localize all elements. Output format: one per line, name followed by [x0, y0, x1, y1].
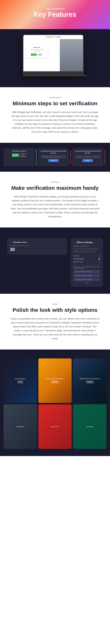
- add-url-button[interactable]: + Add: [74, 282, 100, 284]
- disable-label: DISABLE AGE VERIFICATION FOR THESE PAGES: [74, 266, 100, 269]
- settings-panels: ← Remember Visitor REMEMBER VISITOR (DAY…: [4, 238, 106, 286]
- url-item-2: https://apps.elfsight.com/panel... ✎ ✕: [74, 274, 100, 277]
- style-card-2: ARE YOU 18 OR OLDER? ENTER: [38, 358, 72, 403]
- style-image-grid: Age Verification YES ARE YOU 18 OR OLDER…: [2, 358, 108, 449]
- radio-excluded: [98, 258, 100, 260]
- company-name: COMPANY NAME: [46, 36, 61, 38]
- where-label: WHERE TO DISPLAY: [74, 245, 100, 247]
- style-card-1: Age Verification YES: [4, 358, 37, 403]
- url1-edit-icon[interactable]: ✎: [96, 271, 97, 272]
- variant-card-yesno: Are you 18 or older? Yes No: [4, 148, 35, 166]
- option-specific[interactable]: Specific Pages: [74, 260, 100, 264]
- variants-container: Are you 18 or older? Yes No YES/NO BUTTO…: [4, 148, 106, 166]
- style-text-5: Age Check: [51, 426, 58, 428]
- style-overlay-1: Age Verification YES: [4, 358, 37, 403]
- back-arrow-icon[interactable]: ←: [10, 241, 12, 244]
- url2-text: https://apps.elfsight.com/panel...: [75, 275, 93, 276]
- variant1-question: Are you 18 or older?: [6, 150, 32, 152]
- url3-delete-icon[interactable]: ✕: [98, 279, 98, 280]
- remember-title-text: Remember Visitor: [13, 242, 27, 243]
- yyyy-input[interactable]: [92, 156, 100, 158]
- variant1-yes-btn[interactable]: Yes: [12, 154, 18, 157]
- label-date: DATE OF BIRTH: [103, 148, 106, 166]
- verification-welcome: Welcome!: [28, 47, 45, 48]
- url-item-1: https://apps.elfsight.com/panel... ✎ ✕: [74, 270, 100, 273]
- laptop-content: Welcome! This site is for use of those 1…: [24, 39, 83, 71]
- settings-title: Make verification maximum handy: [7, 185, 103, 191]
- yes-button[interactable]: Yes: [31, 54, 36, 56]
- style-overlay-4: Verification: [4, 404, 37, 449]
- year-input[interactable]: [42, 156, 66, 158]
- style-text-4: Verification: [16, 426, 24, 428]
- variant3-question: You must be over 18 years old to visit t…: [74, 150, 101, 154]
- url1-delete-icon[interactable]: ✕: [98, 271, 98, 272]
- url3-edit-icon[interactable]: ✎: [96, 279, 97, 280]
- variant1-no-btn[interactable]: No: [20, 154, 26, 157]
- settings-mockup-section: ← Remember Visitor REMEMBER VISITOR (DAY…: [0, 228, 110, 294]
- style-overlay-2: ARE YOU 18 OR OLDER? ENTER: [38, 358, 72, 403]
- verification-buttons: Yes No: [28, 54, 45, 56]
- panel-header-row: ← Where to Display: [74, 241, 100, 244]
- label-year: YEAR OF BIRTH: [69, 148, 72, 166]
- style-section: Style Polish the look with style options…: [0, 294, 110, 350]
- style-overlay-5: Age Check: [38, 404, 72, 449]
- panel-back-icon[interactable]: ←: [74, 241, 76, 244]
- style-card-6: Verify Age: [73, 404, 106, 449]
- variant3-enter-btn[interactable]: Enter: [82, 159, 93, 162]
- verification-description: This site is for use of those 18 years a…: [28, 49, 45, 52]
- laptop-wrapper: COMPANY NAME Welcome! This site is for u…: [23, 34, 87, 76]
- remember-days-label: REMEMBER VISITOR (DAYS): [10, 245, 64, 246]
- variant2-enter-btn[interactable]: Enter: [48, 159, 58, 162]
- dd-input[interactable]: [75, 156, 83, 158]
- style-text-3: ENTER ONLY IF YOU ARE 18+: [80, 378, 100, 380]
- style-card-5: Age Check: [38, 404, 72, 449]
- radio-all: [98, 255, 100, 256]
- url1-text: https://apps.elfsight.com/panel...: [75, 271, 93, 272]
- style-overlay-3: ENTER ONLY IF YOU ARE 18+ ENTER: [73, 358, 106, 403]
- style-btn-2: ENTER: [51, 380, 59, 383]
- remember-header: ← Remember Visitor: [10, 241, 64, 244]
- hero-image: [60, 39, 83, 71]
- option-all-pages[interactable]: All pages: [74, 254, 100, 257]
- style-overlay-6: Verify Age: [73, 404, 106, 449]
- verification-section: Verification Minimum steps to set verifi…: [0, 87, 110, 143]
- laptop-left-panel: Welcome! This site is for use of those 1…: [24, 39, 60, 71]
- verification-tag: Verification: [7, 96, 103, 99]
- mm-input[interactable]: [84, 156, 92, 158]
- laptop-mockup: COMPANY NAME Welcome! This site is for u…: [23, 34, 84, 75]
- hero-subtitle: Age Verification: [4, 7, 106, 10]
- style-tag: Style: [7, 303, 103, 306]
- settings-section: Settings Make verification maximum handy…: [0, 172, 110, 228]
- hero-title: Key Features: [4, 11, 106, 18]
- url2-edit-icon[interactable]: ✎: [96, 275, 97, 276]
- verification-title: Minimum steps to set verification: [7, 100, 103, 107]
- url-item-3: https://apps.elfsight.com/panel... ✎ ✕: [74, 278, 100, 281]
- date-row: [74, 156, 101, 158]
- no-button[interactable]: No: [37, 54, 42, 56]
- url2-delete-icon[interactable]: ✕: [98, 275, 98, 276]
- variant-card-year: You must be over 18 years old to visit t…: [38, 148, 69, 166]
- url3-actions: ✎ ✕: [96, 279, 98, 280]
- panel-title: Where to Display: [77, 241, 93, 244]
- settings-tag: Settings: [7, 181, 103, 183]
- variants-section: Are you 18 or older? Yes No YES/NO BUTTO…: [0, 143, 110, 172]
- style-images-section: Age Verification YES ARE YOU 18 OR OLDER…: [0, 350, 110, 456]
- url2-actions: ✎ ✕: [96, 275, 98, 276]
- remember-days-value: 30: [10, 247, 64, 252]
- style-text: Using a compelling call-to-action and a …: [10, 317, 100, 340]
- style-text-6: Verify Age: [86, 426, 93, 428]
- laptop-screen: COMPANY NAME Welcome! This site is for u…: [24, 35, 83, 71]
- option-excluded[interactable]: Excluded Pages: [74, 257, 100, 260]
- laptop-topbar: COMPANY NAME: [24, 35, 83, 39]
- variant2-question: You must be over 18 years old to visit t…: [40, 150, 67, 154]
- radio-specific: [98, 261, 100, 263]
- style-card-4: Verification: [4, 404, 37, 449]
- hero-section: Age Verification Key Features: [0, 0, 110, 29]
- laptop-stand: [23, 75, 87, 76]
- panel-divider: [74, 264, 100, 265]
- option-excluded-label: Excluded Pages: [74, 258, 84, 260]
- option-all-label: All pages: [74, 255, 80, 256]
- verification-popup: Welcome! This site is for use of those 1…: [26, 44, 48, 58]
- style-title: Polish the look with style options: [7, 307, 103, 313]
- laptop-right-image: [60, 39, 83, 71]
